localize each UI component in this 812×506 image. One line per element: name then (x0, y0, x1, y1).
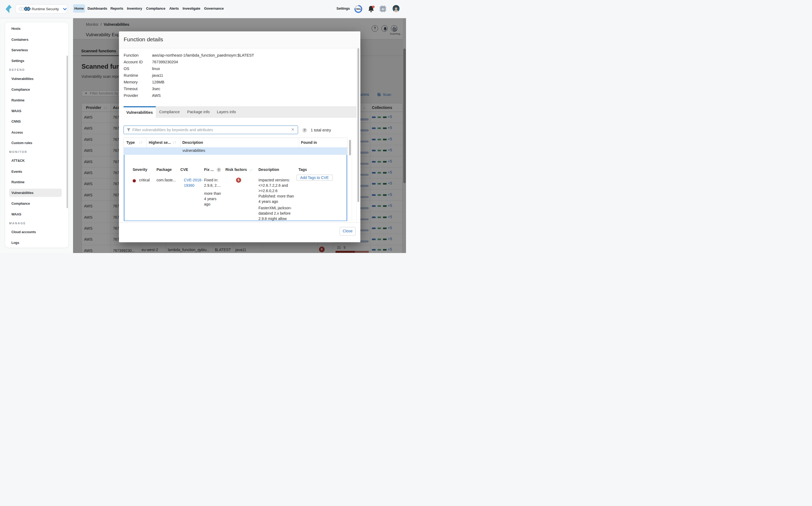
svg-text:78%: 78% (356, 7, 361, 10)
svg-text:AI: AI (382, 7, 384, 11)
